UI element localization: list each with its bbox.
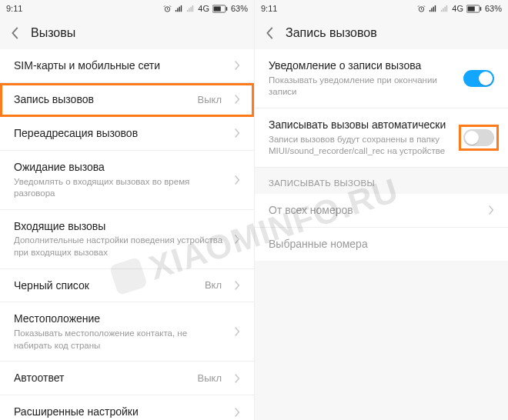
row-subtitle: Показывать уведомление при окончании зап… xyxy=(269,75,456,98)
chevron-right-icon xyxy=(234,373,240,384)
row-title: Местоположение xyxy=(14,312,226,326)
settings-row[interactable]: Расширенные настройки xyxy=(0,395,254,420)
chevron-left-icon xyxy=(11,26,20,40)
chevron-right-icon xyxy=(234,407,240,418)
chevron-left-icon xyxy=(266,26,275,40)
svg-rect-3 xyxy=(226,7,228,11)
row-title: Переадресация вызовов xyxy=(14,126,226,141)
svg-rect-7 xyxy=(480,7,482,11)
row-subtitle: Дополнительные настройки поведения устро… xyxy=(14,235,226,258)
row-title: Уведомление о записи вызова xyxy=(269,58,456,73)
chevron-right-icon xyxy=(234,234,240,245)
row-title: SIM-карты и мобильные сети xyxy=(14,58,226,73)
status-bar: 9:11 4G 63% xyxy=(255,0,508,17)
row-selected-numbers[interactable]: Выбранные номера xyxy=(255,228,508,261)
row-title: Записывать вызовы автоматически xyxy=(269,118,456,132)
status-battery: 63% xyxy=(231,4,248,13)
row-subtitle: Уведомлять о входящих вызовах во время р… xyxy=(14,176,226,200)
svg-rect-6 xyxy=(468,6,475,11)
status-right: 4G 63% xyxy=(163,4,248,13)
status-bar: 9:11 4G 63% xyxy=(0,0,254,17)
row-value: Выкл xyxy=(198,372,222,384)
toggle-record-notification[interactable] xyxy=(463,70,494,87)
signal2-icon xyxy=(440,5,449,13)
header: Вызовы xyxy=(0,17,254,49)
row-record-notification[interactable]: Уведомление о записи вызова Показывать у… xyxy=(255,49,508,108)
row-from-all-numbers[interactable]: От всех номеров xyxy=(255,194,508,228)
section-header-record: ЗАПИСЫВАТЬ ВЫЗОВЫ xyxy=(255,168,508,194)
alarm-icon xyxy=(417,5,426,13)
settings-row[interactable]: SIM-карты и мобильные сети xyxy=(0,49,254,83)
status-net: 4G xyxy=(198,4,209,13)
signal2-icon xyxy=(186,5,195,13)
row-title: Автоответ xyxy=(14,371,190,385)
screen-calls: 9:11 4G 63% Вызовы SIM-карты и мобильные… xyxy=(0,0,254,420)
status-time: 9:11 xyxy=(6,4,22,13)
chevron-right-icon xyxy=(234,175,240,185)
svg-rect-2 xyxy=(214,6,221,11)
row-title: Расширенные настройки xyxy=(14,405,226,419)
status-time: 9:11 xyxy=(261,4,277,13)
back-button[interactable] xyxy=(11,26,20,40)
chevron-right-icon xyxy=(234,94,240,105)
header: Запись вызовов xyxy=(255,17,508,49)
row-title: От всех номеров xyxy=(269,203,480,218)
settings-row[interactable]: Запись вызововВыкл xyxy=(0,83,254,117)
row-title: Черный список xyxy=(14,278,197,293)
toggle-auto-record[interactable] xyxy=(463,129,494,146)
row-auto-record[interactable]: Записывать вызовы автоматически Записи в… xyxy=(255,108,508,168)
settings-row[interactable]: Черный списокВкл xyxy=(0,269,254,303)
alarm-icon xyxy=(163,5,172,13)
settings-row[interactable]: Входящие вызовыДополнительные настройки … xyxy=(0,210,254,269)
settings-row[interactable]: МестоположениеПоказывать местоположение … xyxy=(0,302,254,362)
row-subtitle: Записи вызовов будут сохранены в папку M… xyxy=(269,134,456,158)
row-subtitle: Показывать местоположение контакта, не н… xyxy=(14,328,226,352)
page-title: Запись вызовов xyxy=(286,26,377,40)
row-title: Запись вызовов xyxy=(14,92,190,107)
status-right: 4G 63% xyxy=(417,4,502,13)
chevron-right-icon xyxy=(488,205,494,215)
screen-call-recording: 9:11 4G 63% Запись вызовов Уведомление о… xyxy=(254,0,508,420)
settings-row[interactable]: Переадресация вызовов xyxy=(0,117,254,151)
row-value: Вкл xyxy=(205,279,222,291)
battery-icon xyxy=(466,5,482,13)
chevron-right-icon xyxy=(234,280,240,291)
row-title: Ожидание вызова xyxy=(14,160,226,175)
back-button[interactable] xyxy=(266,26,275,40)
settings-row[interactable]: АвтоответВыкл xyxy=(0,362,254,395)
signal-icon xyxy=(175,5,183,13)
settings-row[interactable]: Ожидание вызоваУведомлять о входящих выз… xyxy=(0,151,254,210)
chevron-right-icon xyxy=(234,326,240,337)
chevron-right-icon xyxy=(234,60,240,71)
status-net: 4G xyxy=(452,4,463,13)
chevron-right-icon xyxy=(234,128,240,138)
battery-icon xyxy=(212,5,228,13)
row-value: Выкл xyxy=(198,94,222,105)
page-title: Вызовы xyxy=(31,26,75,40)
row-title: Входящие вызовы xyxy=(14,219,226,234)
status-battery: 63% xyxy=(485,4,502,13)
row-title: Выбранные номера xyxy=(269,237,494,252)
signal-icon xyxy=(429,5,437,13)
